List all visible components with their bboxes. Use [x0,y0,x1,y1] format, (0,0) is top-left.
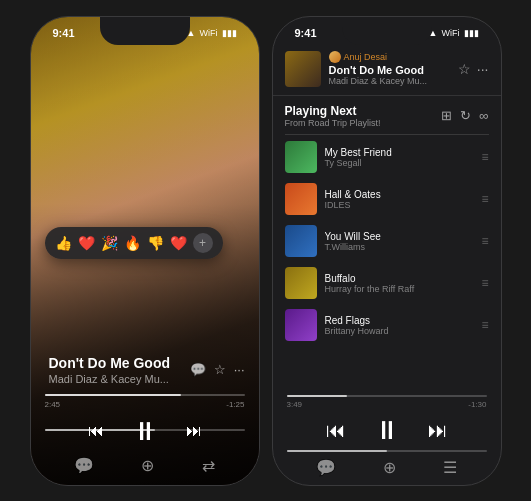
mini-star-icon[interactable]: ☆ [458,61,471,77]
rewind-button-right[interactable]: ⏮ [326,419,346,442]
drag-handle-1[interactable]: ≡ [481,150,488,164]
pause-button-right[interactable]: ⏸ [374,415,400,446]
right-vol-fill [287,450,387,452]
reaction-party[interactable]: 🎉 [101,235,118,251]
right-time-labels: 3:49 -1:30 [287,400,487,409]
airplay-icon-left[interactable]: ⊕ [141,456,154,475]
status-bar-right: 9:41 ▲▲▲ WiFi ▮▮▮ [273,17,501,43]
queue-art-3 [285,225,317,257]
reaction-bubble[interactable]: 👍 ❤️ 🎉 🔥 👎 ❤️ + [45,227,223,259]
queue-artist-1: Ty Segall [325,158,474,168]
queue-item-3[interactable]: You Will See T.Williams ≡ [273,220,501,262]
queue-item-1[interactable]: My Best Friend Ty Segall ≡ [273,136,501,178]
wifi-icon-right: WiFi [442,28,460,38]
queue-song-1: My Best Friend [325,147,474,158]
mini-info: Anuj Desai Don't Do Me Good Madi Diaz & … [329,51,450,86]
right-main-content: Anuj Desai Don't Do Me Good Madi Diaz & … [273,43,501,485]
reaction-thumbsup[interactable]: 👍 [55,235,72,251]
playing-next-info: Playing Next From Road Trip Playlist! [285,104,381,128]
playing-next-header: Playing Next From Road Trip Playlist! ⊞ … [273,96,501,132]
battery-icon: ▮▮▮ [222,28,237,38]
queue-artist-3: T.Williams [325,242,474,252]
queue-artist-2: IDLES [325,200,474,210]
queue-list: My Best Friend Ty Segall ≡ Hall & Oates … [273,136,501,391]
playing-next-subtitle: From Road Trip Playlist! [285,118,381,128]
status-icons-right: ▲▲▲ WiFi ▮▮▮ [411,28,479,38]
repeat-icon[interactable]: ↻ [460,108,471,123]
right-progress-fill [287,395,347,397]
queue-info-4: Buffalo Hurray for the Riff Raff [325,273,474,294]
right-vol-track[interactable] [287,450,487,452]
mini-song-artist: Madi Diaz & Kacey Mu... [329,76,450,86]
reaction-heart[interactable]: ❤️ [78,235,95,251]
mini-more-icon[interactable]: ··· [477,61,489,77]
queue-song-5: Red Flags [325,315,474,326]
reaction-add-button[interactable]: + [193,233,213,253]
reaction-fire[interactable]: 🔥 [124,235,141,251]
reaction-thumbsdown[interactable]: 👎 [147,235,164,251]
queue-info-3: You Will See T.Williams [325,231,474,252]
time-right: 9:41 [295,27,317,39]
progress-area-left[interactable]: 2:45 -1:25 [45,394,245,409]
queue-item-5[interactable]: Red Flags Brittany Howard ≡ [273,304,501,346]
right-controls: ⏮ ⏸ ⏭ [273,409,501,450]
left-phone: 9:41 ▲▲▲ WiFi ▮▮▮ 👍 ❤️ 🎉 🔥 👎 ❤️ + Don't … [30,16,260,486]
star-icon[interactable]: ☆ [214,362,226,377]
signal-icon-right: ▲▲▲ [411,28,438,38]
vol-fill-left [45,429,155,431]
playing-next-title: Playing Next [285,104,381,118]
reaction-heart2[interactable]: ❤️ [170,235,187,251]
volume-area-left[interactable] [45,429,245,431]
queue-icon[interactable]: ⊞ [441,108,452,123]
battery-icon-right: ▮▮▮ [464,28,479,38]
queue-info-5: Red Flags Brittany Howard [325,315,474,336]
queue-art-1 [285,141,317,173]
playing-next-controls: ⊞ ↻ ∞ [441,108,488,123]
drag-handle-3[interactable]: ≡ [481,234,488,248]
queue-item-2[interactable]: Hall & Oates IDLES ≡ [273,178,501,220]
queue-item-4[interactable]: Buffalo Hurray for the Riff Raff ≡ [273,262,501,304]
queue-song-3: You Will See [325,231,474,242]
queue-art-5 [285,309,317,341]
rewind-button-left[interactable]: ⏮ [88,422,104,440]
divider [285,134,489,135]
time-labels-left: 2:45 -1:25 [45,400,245,409]
drag-handle-2[interactable]: ≡ [481,192,488,206]
mini-art [285,51,321,87]
forward-button-right[interactable]: ⏭ [428,419,448,442]
airplay-icon-right[interactable]: ⊕ [383,458,396,477]
time-remaining-left: -1:25 [226,400,244,409]
progress-track-left[interactable] [45,394,245,396]
forward-button-left[interactable]: ⏭ [186,422,202,440]
mini-artist-tag: Anuj Desai [329,51,450,63]
right-bottom-bar: 💬 ⊕ ☰ [273,454,501,485]
drag-handle-5[interactable]: ≡ [481,318,488,332]
queue-artist-5: Brittany Howard [325,326,474,336]
controls-left: ⏮ ⏸ ⏭ [31,416,259,447]
mini-actions: ☆ ··· [458,61,489,77]
queue-song-2: Hall & Oates [325,189,474,200]
time-elapsed-left: 2:45 [45,400,61,409]
queue-art-4 [285,267,317,299]
queue-artist-4: Hurray for the Riff Raff [325,284,474,294]
lyrics-icon-left[interactable]: 💬 [74,456,94,475]
lyrics-icon-right[interactable]: 💬 [316,458,336,477]
queue-list-icon-right[interactable]: ☰ [443,458,457,477]
vol-track-left[interactable] [45,429,245,431]
message-icon[interactable]: 💬 [190,362,206,377]
status-icons-left: ▲▲▲ WiFi ▮▮▮ [169,28,237,38]
queue-info-1: My Best Friend Ty Segall [325,147,474,168]
mini-player[interactable]: Anuj Desai Don't Do Me Good Madi Diaz & … [273,43,501,96]
signal-icon: ▲▲▲ [169,28,196,38]
shuffle-icon-left[interactable]: ⇄ [202,456,215,475]
progress-fill-left [45,394,181,396]
pause-button-left[interactable]: ⏸ [132,416,158,447]
queue-art-2 [285,183,317,215]
more-icon[interactable]: ··· [234,362,245,377]
right-time-remaining: -1:30 [468,400,486,409]
infinity-icon[interactable]: ∞ [479,108,488,123]
right-time-elapsed: 3:49 [287,400,303,409]
mini-song-title: Don't Do Me Good [329,64,450,76]
right-progress-track[interactable] [287,395,487,397]
drag-handle-4[interactable]: ≡ [481,276,488,290]
